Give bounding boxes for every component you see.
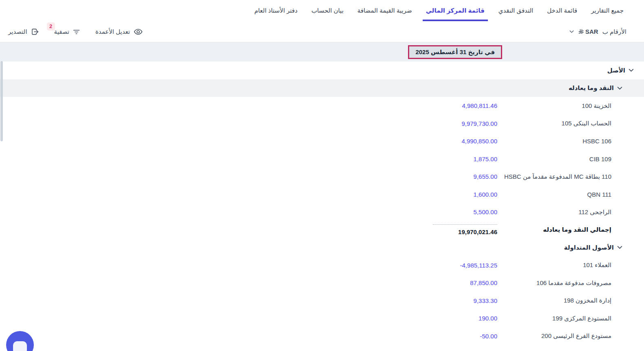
account-value-link[interactable]: 4,990,850.00 [0,138,501,145]
section-header: الأصل [607,67,637,74]
account-label-box: HSBC 106 [501,138,637,145]
tab-4[interactable]: ضريبة القيمة المضافة [357,0,413,21]
report-row-section[interactable]: النقد وما يعادله [0,79,644,97]
export-icon [31,28,39,35]
vertical-scrollbar-thumb[interactable] [0,61,3,141]
account-value-link[interactable]: 9,655.00 [0,173,501,180]
tab-5[interactable]: بيان الحساب [311,0,344,21]
account-label-box: 198 إدارة المخزون [501,297,637,304]
tab-3-active[interactable]: قائمة المركز المالي [425,0,485,21]
column-header-row: في تاريخ 31 أغسطس 2025 [0,42,644,61]
tab-0[interactable]: جميع التقارير [590,0,624,21]
report-row-account: QBN 1111,600.00 [0,186,644,204]
report-row-account: 200 مستودع الفرع الرئيسى-50.00 [0,327,644,345]
account-label: 100 الخزينة [582,102,611,110]
total-value-text: 19,970,021.46 [433,224,497,235]
section-label: الأصل [607,67,625,74]
report-row-total: إجمالي النقد وما يعادله19,970,021.46 [0,221,644,239]
filter-button[interactable]: 2 تصفية [54,28,80,35]
report-rows: الأصلالنقد وما يعادله100 الخزينة4,980,81… [0,61,644,345]
tab-1[interactable]: قائمة الدخل [546,0,578,21]
tab-label: جميع التقارير [591,7,624,14]
account-label-box: 200 مستودع الفرع الرئيسى [501,332,637,340]
account-label-box: 199 المستودع المركزى [501,315,637,322]
saudi-riyal-icon [578,29,584,35]
filter-count-badge: 2 [47,22,55,31]
account-label-box: 106 مصروفات مدفوعة مقدما [501,279,637,287]
account-label-box: 101 العملاء [501,261,637,269]
account-label: QBN 111 [587,191,611,198]
account-value-link[interactable]: 1,875.00 [0,156,501,162]
tab-label: بيان الحساب [311,7,344,14]
currency-value: SAR [578,28,598,35]
chevron-down-icon [628,67,634,73]
report-row-account: 106 مصروفات مدفوعة مقدما87,850.00 [0,274,644,292]
export-label: التصدير [8,28,27,35]
tab-label: التدفق النقدي [498,7,533,14]
report-row-account: 198 إدارة المخزون9,333.30 [0,292,644,310]
total-label-box: إجمالي النقد وما يعادله [501,226,637,233]
edit-columns-button[interactable]: تعديل الأعمدة [95,28,143,35]
account-value-link[interactable]: 87,850.00 [0,279,501,286]
tab-6[interactable]: دفتر الأستاذ العام [254,0,298,21]
chevron-down-icon [569,29,574,34]
chevron-down-icon [617,85,623,91]
active-tab-underline [423,20,488,21]
account-label-box: 105 الحساب البنكى [501,120,637,127]
tab-label: دفتر الأستاذ العام [254,7,298,14]
account-value-link[interactable]: 9,333.30 [0,297,501,304]
account-value-link[interactable]: 1,600.00 [0,191,501,198]
total-value: 19,970,021.46 [0,224,501,235]
report-toolbar: الأرقام ب SAR تعديل الأعم [0,21,644,42]
tab-label: قائمة المركز المالي [426,7,485,14]
report-row-account: 105 الحساب البنكى9,979,730.00 [0,115,644,133]
account-label: 112 الراجحى [578,208,611,216]
account-label: 106 مصروفات مدفوعة مقدما [536,279,611,287]
balance-sheet-page: { "tabs": { "items": [ { "label": "جميع … [0,0,644,351]
export-button[interactable]: التصدير [8,28,39,35]
account-label-box: QBN 111 [501,191,637,198]
filter-lines-icon [73,29,80,35]
account-label: 101 العملاء [583,261,611,269]
account-value-link[interactable]: 9,979,730.00 [0,120,501,127]
account-label: 110 بطاقة MC المدفوعة مقدماً من HSBC [504,173,611,180]
account-value-link[interactable]: -4,985,113.25 [0,262,501,269]
section-header: الأصول المتداولة [564,244,637,251]
account-label-box: 110 بطاقة MC المدفوعة مقدماً من HSBC [501,173,637,180]
report-row-account: 100 الخزينة4,980,811.46 [0,97,644,115]
reports-tabbar: جميع التقاريرقائمة الدخلالتدفق النقديقائ… [0,0,644,21]
edit-columns-label: تعديل الأعمدة [95,28,130,35]
report-row-section[interactable]: الأصول المتداولة [0,239,644,257]
account-label: 200 مستودع الفرع الرئيسى [541,332,611,340]
chat-bubble-icon [13,341,27,351]
toolbar-actions: تعديل الأعمدة 2 تصفية التصدير [8,28,143,35]
account-value-link[interactable]: 4,980,811.46 [0,102,501,109]
tab-label: قائمة الدخل [547,7,577,14]
account-label-box: 100 الخزينة [501,102,637,110]
account-label-box: 112 الراجحى [501,208,637,216]
report-row-account: 112 الراجحى5,500.00 [0,203,644,221]
report-row-section[interactable]: الأصل [0,61,644,79]
tab-2[interactable]: التدفق النقدي [498,0,534,21]
report-row-account: 101 العملاء-4,985,113.25 [0,257,644,274]
account-label-box: CIB 109 [501,156,637,162]
section-label: النقد وما يعادله [569,84,614,92]
report-row-account: HSBC 1064,990,850.00 [0,132,644,150]
account-label: HSBC 106 [582,138,611,145]
filter-label: تصفية [54,28,69,35]
currency-code: SAR [585,28,598,35]
section-header: النقد وما يعادله [569,84,637,92]
currency-selector-label: الأرقام ب [602,28,626,35]
account-value-link[interactable]: -50.00 [0,333,501,340]
account-value-link[interactable]: 190.00 [0,315,501,322]
report-row-account: 110 بطاقة MC المدفوعة مقدماً من HSBC9,65… [0,168,644,186]
chevron-down-icon [617,244,623,250]
report-row-account: 199 المستودع المركزى190.00 [0,309,644,327]
account-label: 198 إدارة المخزون [564,297,611,304]
account-label: 199 المستودع المركزى [552,315,611,322]
total-label: إجمالي النقد وما يعادله [543,226,611,233]
tab-label: ضريبة القيمة المضافة [357,7,412,14]
currency-selector[interactable]: الأرقام ب SAR [569,28,626,35]
account-value-link[interactable]: 5,500.00 [0,208,501,215]
section-label: الأصول المتداولة [564,244,614,251]
